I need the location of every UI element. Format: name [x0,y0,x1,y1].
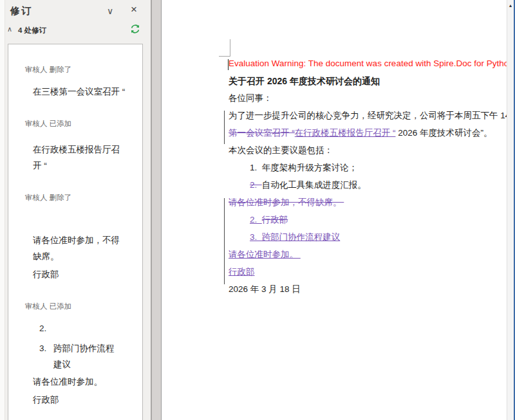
revision-count-label: 4 处修订 [18,26,46,35]
text-cursor [228,59,229,70]
chevron-up-icon[interactable]: ∧ [7,25,12,33]
list-item-2-inserted[interactable]: 2. 行政部 [229,214,507,226]
deleted-run: 第一会议室召开 “ [229,128,295,138]
revision-text: 行政部 [33,266,128,282]
revision-action: 删除了 [50,194,72,201]
revision-author: 审核人 [25,120,48,127]
revision-text [53,320,117,336]
margin-crop-mark-vertical [230,39,230,57]
normal-run: 为了进一步提升公司的核心竞争力，经研究决定，公司将于本周五下午 14:00 [229,111,507,120]
revision-action: 已添加 [50,120,72,127]
inserted-run: 请各位准时参加。 [229,250,301,259]
list-item-1[interactable]: 1. 年度架构升级方案讨论； [229,162,507,174]
document-content: Evaluation Warning: The document was cre… [162,0,507,295]
revision-text: 在行政楼五楼报告厅召开 “ [33,142,128,174]
deleted-paragraph[interactable]: 请各位准时参加，不得缺席。 [229,197,507,208]
inserted-paragraph[interactable]: 请各位准时参加。 [229,249,507,260]
list-item-2[interactable]: 2. 自动化工具集成进度汇报。 [229,179,507,191]
topics-intro[interactable]: 本次会议的主要议题包括： [229,145,507,156]
notice-title[interactable]: 关于召开 2026 年度技术研讨会的通知 [229,75,507,87]
close-icon[interactable]: × [131,3,137,16]
inserted-run: 在行政楼五楼报告厅召开 “ [295,128,396,138]
evaluation-warning-text[interactable]: Evaluation Warning: The document was cre… [229,58,507,69]
normal-run: 自动化工具集成进度汇报。 [262,180,366,190]
deleted-run: 请各位准时参加，不得缺席。 [229,197,344,207]
revision-list: 审核人 删除了 在三楼第一会议室召开 “ 审核人 已添加 在行政楼五楼报告厅召开… [8,44,143,420]
revision-list-number: 3. [39,340,53,372]
revision-action: 删除了 [50,66,72,73]
inserted-run: 行政部 [229,267,255,277]
inserted-run: 3. 跨部门协作流程建议 [250,232,340,242]
change-bar [224,111,225,144]
salutation[interactable]: 各位同事： [229,93,507,104]
revision-text: 在三楼第一会议室召开 “ [33,84,128,100]
inserted-list-number: 2. [250,215,262,224]
deleted-list-number: 2. [250,180,262,190]
revision-author: 审核人 [25,66,48,73]
document-page[interactable]: Evaluation Warning: The document was cre… [161,0,507,420]
deleted-run: 行政部 [262,215,288,224]
change-bar [224,198,225,284]
scroll-up-icon[interactable]: ▲ [507,0,514,11]
revision-action: 已添加 [50,302,72,310]
margin-crop-mark-horizontal [219,56,230,57]
revision-entry-added-1[interactable]: 审核人 已添加 在行政楼五楼报告厅召开 “ [25,119,142,174]
normal-run: 2026 年度技术研讨会”。 [396,128,492,138]
panel-scrollbar-track[interactable] [0,0,5,420]
inserted-paragraph[interactable]: 行政部 [229,266,507,278]
paragraph-line[interactable]: 为了进一步提升公司的核心竞争力，经研究决定，公司将于本周五下午 14:00 在三… [229,110,507,122]
revision-text: 请各位准时参加，不得缺席。 [33,232,128,264]
date-line[interactable]: 2026 年 3 月 18 日 [229,284,507,295]
paragraph-line[interactable]: 第一会议室召开 “在行政楼五楼报告厅召开 “ 2026 年度技术研讨会”。 [229,127,507,139]
revision-text: 请各位准时参加。 [33,374,128,390]
revision-entry-deleted-1[interactable]: 审核人 删除了 在三楼第一会议室召开 “ [25,65,142,100]
vertical-scrollbar[interactable]: ▲ [507,0,514,420]
revision-author: 审核人 [25,302,48,310]
revision-text: 行政部 [33,392,128,408]
refresh-icon[interactable] [129,23,141,35]
list-number: 1. [250,163,262,172]
list-item-3-inserted[interactable]: 3. 跨部门协作流程建议 [229,232,507,243]
panel-title: 修订 [10,5,32,17]
revision-text: 跨部门协作流程建议 [53,340,117,372]
revision-list-number: 2. [39,320,53,336]
normal-run: 年度架构升级方案讨论； [262,163,358,172]
revision-entry-added-2[interactable]: 审核人 已添加 2. 3. 跨部门协作流程建议 请各位准时参加。 行政部 [25,302,142,408]
revision-author: 审核人 [25,194,48,201]
revision-entry-deleted-2[interactable]: 审核人 删除了 请各位准时参加，不得缺席。 行政部 [25,193,142,282]
chevron-down-icon[interactable]: ∨ [107,6,113,16]
revisions-panel: 修订 ∨ × ∧ 4 处修订 审核人 删除了 在三楼第一会议室召开 “ 审核人 … [0,0,152,420]
